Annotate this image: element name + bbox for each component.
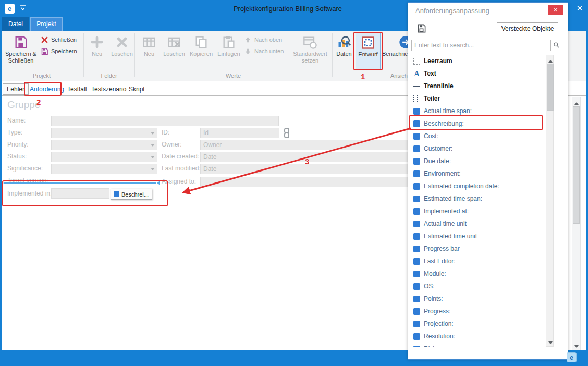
tab-projekt[interactable]: Projekt bbox=[30, 17, 63, 31]
field-value: Owner bbox=[203, 140, 222, 150]
values-delete-button[interactable]: Löschen bbox=[162, 33, 187, 70]
link-icon[interactable] bbox=[283, 128, 290, 138]
table-new-icon bbox=[142, 35, 156, 50]
separator-icon bbox=[413, 83, 420, 90]
list-item[interactable]: Cost: bbox=[411, 130, 546, 142]
group-title: Gruppe bbox=[7, 99, 40, 111]
hidden-objects-list: LeerraumATextTrennlinieTeilerActual time… bbox=[411, 55, 546, 347]
name-field[interactable] bbox=[51, 116, 279, 126]
data-view-button[interactable]: Daten bbox=[334, 33, 354, 70]
field-icon bbox=[413, 308, 420, 315]
list-item[interactable]: Points: bbox=[411, 292, 546, 305]
list-item-label: Projection: bbox=[424, 320, 454, 327]
list-item[interactable]: Leerraum bbox=[411, 55, 546, 67]
list-item[interactable]: Last Editor: bbox=[411, 255, 546, 267]
close-button[interactable]: Schließen bbox=[41, 34, 82, 45]
chevron-down-icon[interactable] bbox=[148, 128, 157, 138]
list-item[interactable]: Beschreibung: bbox=[411, 117, 546, 130]
status-dropdown[interactable] bbox=[51, 152, 157, 162]
search-input[interactable] bbox=[412, 40, 550, 51]
priority-label: Priority: bbox=[7, 141, 29, 148]
list-item[interactable]: Due date: bbox=[411, 155, 546, 167]
chevron-down-icon[interactable] bbox=[148, 152, 157, 162]
scroll-thumb[interactable] bbox=[573, 106, 580, 224]
tab-testfall[interactable]: Testfall bbox=[64, 83, 90, 95]
field-icon bbox=[413, 133, 420, 140]
list-item-label: Text bbox=[424, 70, 436, 77]
field-icon bbox=[413, 170, 420, 177]
tab-versteckte-objekte[interactable]: Versteckte Objekte bbox=[497, 22, 558, 35]
group-caption-felder: Felder bbox=[83, 72, 134, 79]
tab-skript[interactable]: Skript bbox=[125, 83, 149, 95]
significance-dropdown[interactable] bbox=[51, 164, 157, 174]
move-down-button[interactable]: Nach unten bbox=[244, 46, 290, 56]
tab-datei[interactable]: Datei bbox=[2, 17, 29, 31]
list-item[interactable]: Trennlinie bbox=[411, 80, 546, 92]
id-field[interactable]: Id bbox=[200, 128, 279, 138]
scroll-down-icon[interactable] bbox=[572, 341, 580, 350]
list-item[interactable]: Projection: bbox=[411, 318, 546, 330]
button-label: Entwurf bbox=[356, 51, 380, 58]
list-item-label: Module: bbox=[424, 270, 446, 277]
scroll-up-icon[interactable] bbox=[572, 97, 580, 106]
list-item[interactable]: Estimated time unit bbox=[411, 230, 546, 242]
chevron-down-icon[interactable] bbox=[148, 140, 157, 150]
set-default-button[interactable]: Standardwertsetzen bbox=[290, 33, 330, 70]
list-item[interactable]: Progress: bbox=[411, 305, 546, 318]
list-item[interactable]: Actual time span: bbox=[411, 105, 546, 117]
design-view-button[interactable]: Entwurf bbox=[356, 33, 381, 70]
main-scrollbar[interactable] bbox=[572, 97, 581, 350]
move-up-button[interactable]: Nach oben bbox=[244, 34, 290, 45]
values-new-button[interactable]: Neu bbox=[138, 33, 161, 70]
paste-button[interactable]: Einfügen bbox=[216, 33, 242, 70]
assigned-to-label: Assigned to: bbox=[162, 178, 196, 185]
list-item[interactable]: Estimated time span: bbox=[411, 192, 546, 205]
list-item-label: Points: bbox=[424, 295, 443, 302]
field-icon bbox=[413, 183, 420, 190]
dragged-item[interactable]: Beschrei... bbox=[111, 189, 152, 200]
list-item[interactable]: Estimated completion date: bbox=[411, 180, 546, 192]
implemented-in-field[interactable] bbox=[51, 188, 109, 199]
scroll-up-icon[interactable] bbox=[546, 55, 554, 64]
field-icon bbox=[413, 258, 420, 265]
save-button[interactable]: Speichern bbox=[41, 46, 82, 56]
search-icon[interactable] bbox=[550, 40, 562, 51]
name-label: Name: bbox=[7, 117, 26, 124]
button-label: Löschen bbox=[109, 51, 134, 57]
list-item[interactable]: Environment: bbox=[411, 167, 546, 180]
field-icon bbox=[413, 271, 420, 277]
field-value: Date bbox=[203, 164, 216, 174]
blank-icon bbox=[413, 58, 420, 65]
tab-testszenario[interactable]: Testszenario bbox=[88, 83, 130, 95]
fields-new-button[interactable]: Neu bbox=[85, 33, 108, 70]
priority-dropdown[interactable] bbox=[51, 140, 157, 150]
owner-label: Owner: bbox=[162, 141, 182, 148]
list-item[interactable]: AText bbox=[411, 67, 546, 80]
save-close-icon bbox=[14, 35, 28, 50]
tab-fehler[interactable]: Fehler bbox=[3, 83, 29, 95]
list-item[interactable]: Progress bar bbox=[411, 242, 546, 255]
window-close-icon[interactable]: ✕ bbox=[574, 3, 585, 14]
list-item[interactable]: OS: bbox=[411, 280, 546, 292]
panel-scrollbar[interactable] bbox=[546, 55, 554, 347]
chevron-down-icon[interactable] bbox=[148, 164, 157, 174]
field-icon bbox=[413, 296, 420, 302]
scroll-thumb[interactable] bbox=[547, 64, 554, 111]
type-dropdown[interactable] bbox=[51, 128, 157, 138]
list-item[interactable]: Implemented at: bbox=[411, 205, 546, 217]
panel-close-button[interactable]: ✕ bbox=[548, 5, 563, 15]
list-item[interactable]: Resolution: bbox=[411, 330, 546, 343]
list-item[interactable]: Actual time unit bbox=[411, 217, 546, 230]
save-and-close-button[interactable]: Speichern &Schließen bbox=[3, 33, 39, 70]
list-item[interactable]: Teiler bbox=[411, 92, 546, 105]
field-icon bbox=[413, 221, 420, 227]
list-item[interactable]: Customer: bbox=[411, 142, 546, 155]
save-icon[interactable] bbox=[416, 23, 426, 33]
list-item[interactable]: Module: bbox=[411, 267, 546, 280]
scroll-down-icon[interactable] bbox=[546, 338, 554, 346]
fields-delete-button[interactable]: Löschen bbox=[109, 33, 134, 70]
table-delete-icon bbox=[167, 35, 181, 50]
tab-anforderung[interactable]: Anforderung bbox=[26, 83, 68, 95]
copy-button[interactable]: Kopieren bbox=[188, 33, 215, 70]
list-item[interactable]: Risk: bbox=[411, 343, 546, 347]
